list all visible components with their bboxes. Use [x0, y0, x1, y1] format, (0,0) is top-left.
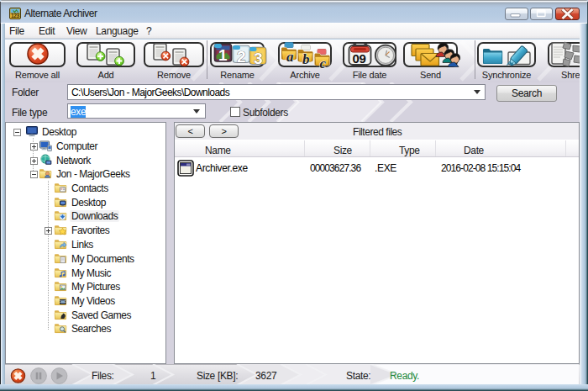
- svg-text:2: 2: [237, 48, 245, 66]
- svg-text:3: 3: [254, 50, 262, 67]
- svg-text:a: a: [286, 49, 294, 65]
- svg-text:1: 1: [218, 46, 228, 64]
- svg-text:b: b: [302, 51, 309, 67]
- svg-text:09: 09: [353, 51, 366, 66]
- svg-text:c: c: [320, 55, 327, 71]
